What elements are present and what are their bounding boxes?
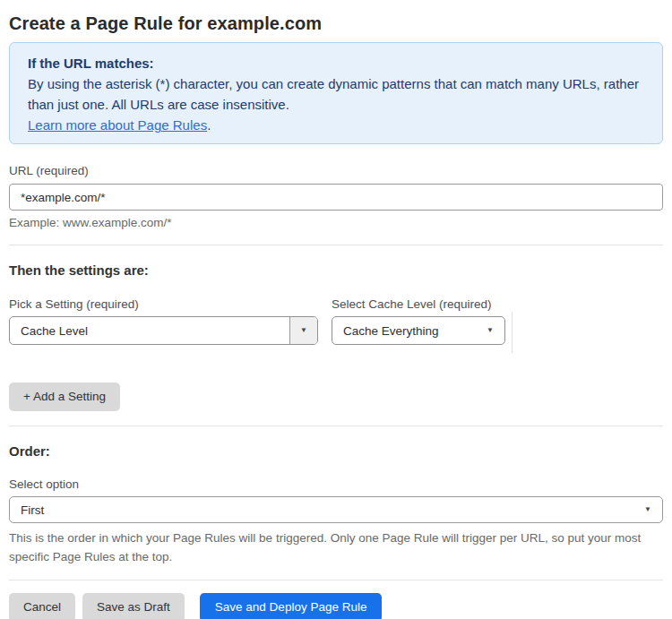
order-select[interactable]: First ▼ (9, 496, 663, 523)
chevron-down-icon: ▼ (487, 327, 504, 334)
cancel-button[interactable]: Cancel (9, 593, 75, 619)
save-as-draft-button[interactable]: Save as Draft (82, 593, 185, 619)
pick-setting-dropdown[interactable]: Cache Level ▼ (9, 316, 318, 345)
pick-setting-selected-value: Cache Level (10, 324, 289, 338)
info-box-body: By using the asterisk (*) character, you… (28, 73, 644, 115)
order-selected-value: First (21, 503, 44, 517)
pick-setting-label: Pick a Setting (required) (9, 297, 318, 312)
create-page-rule-form: Create a Page Rule for example.com If th… (0, 0, 672, 619)
save-and-deploy-button[interactable]: Save and Deploy Page Rule (200, 593, 383, 619)
order-heading: Order: (9, 443, 663, 460)
learn-more-link[interactable]: Learn more about Page Rules (28, 117, 207, 133)
url-field-label: URL (required) (9, 164, 663, 178)
settings-row: Pick a Setting (required) Cache Level ▼ … (9, 297, 663, 353)
form-actions: Cancel Save as Draft Save and Deploy Pag… (9, 593, 663, 619)
info-box-link-line: Learn more about Page Rules. (28, 115, 644, 135)
section-divider (9, 426, 663, 426)
add-setting-button[interactable]: + Add a Setting (9, 383, 120, 411)
order-select-label: Select option (9, 477, 663, 492)
pick-setting-dropdown-button[interactable]: ▼ (289, 317, 317, 344)
order-hint: This is the order in which your Page Rul… (9, 529, 663, 566)
chevron-down-icon: ▼ (644, 506, 651, 513)
url-input[interactable] (9, 184, 663, 211)
url-field-hint: Example: www.example.com/* (9, 216, 663, 230)
section-divider (9, 580, 663, 580)
setting-group-divider (512, 312, 513, 353)
settings-heading: Then the settings are: (9, 262, 663, 279)
link-period: . (207, 117, 211, 133)
cache-level-selected-value: Cache Everything (332, 324, 487, 338)
url-match-info-box: If the URL matches: By using the asteris… (9, 42, 663, 144)
section-divider (9, 245, 663, 245)
cache-level-dropdown[interactable]: Cache Everything ▼ (332, 316, 505, 345)
chevron-down-icon: ▼ (300, 327, 307, 334)
cache-level-label: Select Cache Level (required) (332, 297, 505, 312)
info-box-heading: If the URL matches: (28, 53, 644, 73)
page-title: Create a Page Rule for example.com (9, 11, 663, 36)
cache-level-column: Select Cache Level (required) Cache Ever… (332, 297, 505, 345)
pick-setting-column: Pick a Setting (required) Cache Level ▼ (9, 297, 318, 345)
